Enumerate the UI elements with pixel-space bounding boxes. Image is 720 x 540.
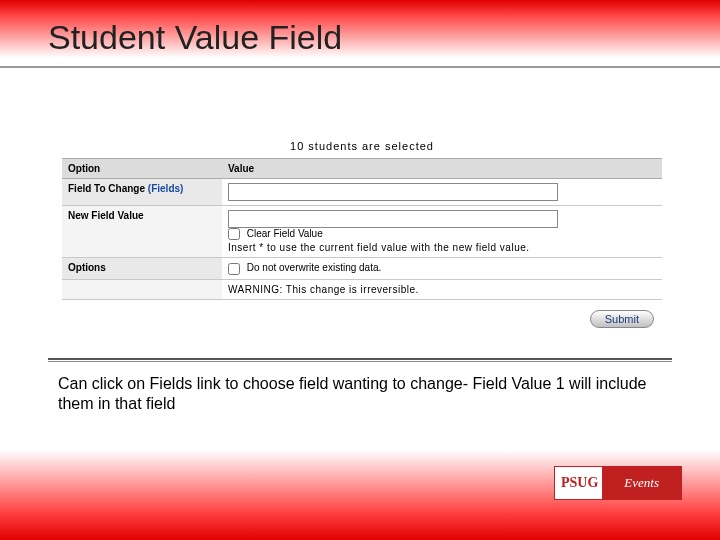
options-label: Options <box>62 258 222 279</box>
header-row: Option Value <box>62 159 662 179</box>
warning-spacer <box>62 279 222 299</box>
submit-row: Submit <box>62 310 662 328</box>
field-to-change-cell <box>222 179 662 206</box>
field-to-change-input[interactable] <box>228 183 558 201</box>
section-divider <box>48 358 672 362</box>
field-to-change-label: Field To Change (Fields) <box>62 179 222 206</box>
header-option: Option <box>62 159 222 179</box>
field-label-text: Field To Change <box>68 183 145 194</box>
clear-field-value-wrap[interactable]: Clear Field Value <box>228 228 323 239</box>
options-cell: Do not overwrite existing data. <box>222 258 662 279</box>
selected-count-text: 10 students are selected <box>62 140 662 152</box>
form-table: Option Value Field To Change (Fields) Ne… <box>62 158 662 300</box>
logo-g: G <box>587 475 598 490</box>
caption-text: Can click on Fields link to choose field… <box>58 374 658 414</box>
insert-hint: Insert * to use the current field value … <box>228 242 656 253</box>
new-field-value-cell: Clear Field Value Insert * to use the cu… <box>222 206 662 258</box>
form-area: 10 students are selected Option Value Fi… <box>62 140 662 328</box>
new-field-value-input[interactable] <box>228 210 558 228</box>
clear-field-value-label: Clear Field Value <box>247 228 323 239</box>
logo-u: U <box>577 475 587 490</box>
logo-ps: PS <box>561 475 577 490</box>
logo-right-text: Events <box>602 467 681 499</box>
header-value: Value <box>222 159 662 179</box>
row-warning: WARNING: This change is irreversible. <box>62 279 662 299</box>
page-title: Student Value Field <box>0 0 720 57</box>
title-underline <box>0 66 720 68</box>
row-options: Options Do not overwrite existing data. <box>62 258 662 279</box>
psug-events-logo: PSUG Events <box>554 466 682 500</box>
row-field-to-change: Field To Change (Fields) <box>62 179 662 206</box>
overwrite-checkbox[interactable] <box>228 263 240 275</box>
submit-button[interactable]: Submit <box>590 310 654 328</box>
fields-link[interactable]: (Fields) <box>148 183 184 194</box>
logo-left-text: PSUG <box>555 475 602 491</box>
overwrite-label: Do not overwrite existing data. <box>247 262 382 273</box>
row-new-field-value: New Field Value Clear Field Value Insert… <box>62 206 662 258</box>
new-field-value-label: New Field Value <box>62 206 222 258</box>
clear-field-value-checkbox[interactable] <box>228 228 240 240</box>
warning-text: WARNING: This change is irreversible. <box>222 279 662 299</box>
overwrite-wrap[interactable]: Do not overwrite existing data. <box>228 262 381 273</box>
